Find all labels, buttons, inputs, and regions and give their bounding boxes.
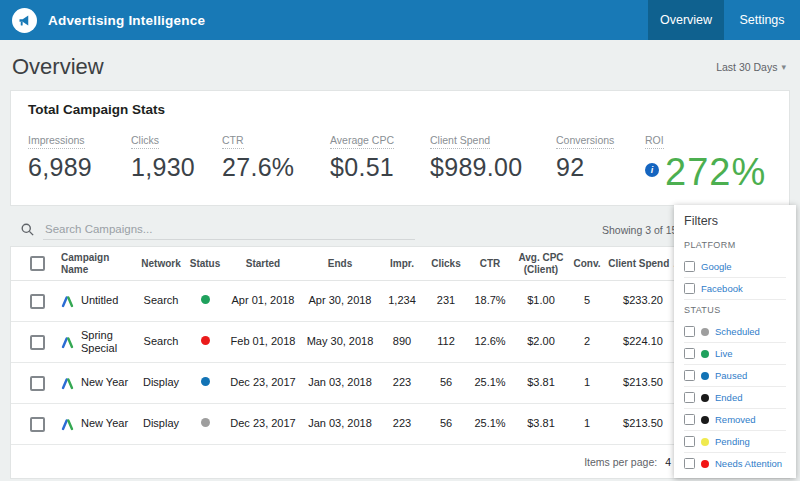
stat-label: Impressions — [28, 134, 85, 149]
megaphone-icon — [17, 13, 32, 28]
stat-value: 1,930 — [131, 153, 222, 182]
stat-label: Conversions — [556, 134, 614, 149]
status-dot — [701, 460, 709, 468]
row-checkbox[interactable] — [30, 376, 45, 391]
status-dot — [201, 418, 210, 427]
started-cell: Dec 23, 2017 — [225, 417, 301, 430]
filter-item-ended[interactable]: Ended — [684, 387, 786, 409]
column-header-started[interactable]: Started — [225, 258, 301, 270]
campaign-name: Untitled — [81, 294, 118, 307]
stat-label: Average CPC — [330, 134, 394, 149]
checkbox[interactable] — [684, 348, 695, 359]
column-header-campaign-name[interactable]: Campaign Name — [49, 252, 137, 276]
checkbox[interactable] — [684, 414, 695, 425]
filter-item-needs-attention[interactable]: Needs Attention — [684, 453, 786, 474]
column-header-avg-cpc[interactable]: Avg. CPC (Client) — [513, 252, 569, 276]
search-input[interactable] — [43, 220, 415, 240]
impr-cell: 890 — [379, 335, 425, 348]
filter-item-paused[interactable]: Paused — [684, 365, 786, 387]
filter-label: Needs Attention — [715, 458, 782, 469]
items-per-page-select[interactable]: 4 — [665, 456, 671, 468]
filter-label: Ended — [715, 392, 742, 403]
info-icon[interactable]: i — [645, 163, 659, 177]
clicks-cell: 56 — [425, 417, 467, 430]
column-header-client-spend[interactable]: Client Spend↓ — [605, 257, 681, 270]
column-header-ctr[interactable]: CTR — [467, 258, 513, 270]
filter-item-removed[interactable]: Removed — [684, 409, 786, 431]
checkbox[interactable] — [684, 370, 695, 381]
spend-cell: $213.50 — [605, 417, 681, 430]
network-cell: Search — [137, 294, 185, 307]
network-cell: Search — [137, 335, 185, 348]
date-range-select[interactable]: Last 30 Days ▾ — [716, 61, 786, 73]
row-checkbox[interactable] — [30, 417, 45, 432]
impr-cell: 223 — [379, 376, 425, 389]
conv-cell: 1 — [569, 417, 605, 430]
avg-cpc-cell: $3.81 — [513, 376, 569, 389]
app-header: Advertising Intelligence Overview Settin… — [0, 0, 800, 40]
chevron-down-icon: ▾ — [781, 62, 786, 72]
tab-settings[interactable]: Settings — [724, 0, 800, 40]
network-cell: Display — [137, 417, 185, 430]
tab-overview[interactable]: Overview — [648, 0, 724, 40]
stat-value: 272% — [665, 153, 766, 191]
stat-value: $0.51 — [330, 153, 430, 182]
column-header-ends[interactable]: Ends — [301, 258, 379, 270]
table-row[interactable]: Spring Special Search Feb 01, 2018 May 3… — [11, 322, 789, 363]
filters-title: Filters — [684, 214, 786, 235]
clicks-cell: 231 — [425, 294, 467, 307]
filter-item-live[interactable]: Live — [684, 343, 786, 365]
column-header-network[interactable]: Network — [137, 258, 185, 270]
status-dot — [701, 350, 709, 358]
stat-value: 92 — [556, 153, 645, 182]
top-nav: Overview Settings — [648, 0, 800, 40]
checkbox[interactable] — [684, 261, 695, 272]
row-checkbox[interactable] — [30, 294, 45, 309]
conv-cell: 2 — [569, 335, 605, 348]
filter-item-scheduled[interactable]: Scheduled — [684, 321, 786, 343]
adwords-icon — [61, 377, 74, 390]
adwords-icon — [61, 418, 74, 431]
campaigns-toolbar: Showing 3 of 15 campaigns — [10, 213, 790, 246]
row-checkbox[interactable] — [30, 335, 45, 350]
checkbox[interactable] — [684, 283, 695, 294]
filter-label: Pending — [715, 436, 750, 447]
impr-cell: 1,234 — [379, 294, 425, 307]
status-dot — [701, 394, 709, 402]
column-header-impr[interactable]: Impr. — [379, 258, 425, 270]
status-dot — [201, 377, 210, 386]
status-dot — [201, 295, 210, 304]
stat-conversions: Conversions 92 — [556, 130, 645, 191]
filter-item-facebook[interactable]: Facebook — [684, 278, 786, 300]
items-per-page-label: Items per page: — [584, 456, 657, 468]
table-row[interactable]: New Year Display Dec 23, 2017 Jan 03, 20… — [11, 404, 789, 445]
conv-cell: 5 — [569, 294, 605, 307]
filter-label: Facebook — [701, 283, 743, 294]
stat-label: ROI — [645, 134, 664, 149]
table-header-row: Campaign Name Network Status Started End… — [11, 247, 789, 281]
column-header-conv[interactable]: Conv. — [569, 258, 605, 270]
checkbox[interactable] — [684, 326, 695, 337]
filter-item-pending[interactable]: Pending — [684, 431, 786, 453]
filter-label: Live — [715, 348, 732, 359]
adwords-icon — [61, 336, 74, 349]
checkbox[interactable] — [684, 458, 695, 469]
filters-section-status: STATUS — [684, 300, 786, 321]
checkbox[interactable] — [684, 436, 695, 447]
stats-card-title: Total Campaign Stats — [28, 102, 772, 117]
column-header-status[interactable]: Status — [185, 258, 225, 270]
status-dot — [701, 416, 709, 424]
checkbox[interactable] — [684, 392, 695, 403]
select-all-checkbox[interactable] — [30, 256, 45, 271]
table-row[interactable]: New Year Display Dec 23, 2017 Jan 03, 20… — [11, 363, 789, 404]
avg-cpc-cell: $3.81 — [513, 417, 569, 430]
spend-cell: $233.20 — [605, 294, 681, 307]
search-icon — [20, 222, 35, 237]
status-dot — [701, 328, 709, 336]
stat-impressions: Impressions 6,989 — [28, 130, 131, 191]
column-header-clicks[interactable]: Clicks — [425, 258, 467, 270]
filter-item-google[interactable]: Google — [684, 256, 786, 278]
filter-label: Paused — [715, 370, 747, 381]
table-row[interactable]: Untitled Search Apr 01, 2018 Apr 30, 201… — [11, 281, 789, 322]
started-cell: Feb 01, 2018 — [225, 335, 301, 348]
